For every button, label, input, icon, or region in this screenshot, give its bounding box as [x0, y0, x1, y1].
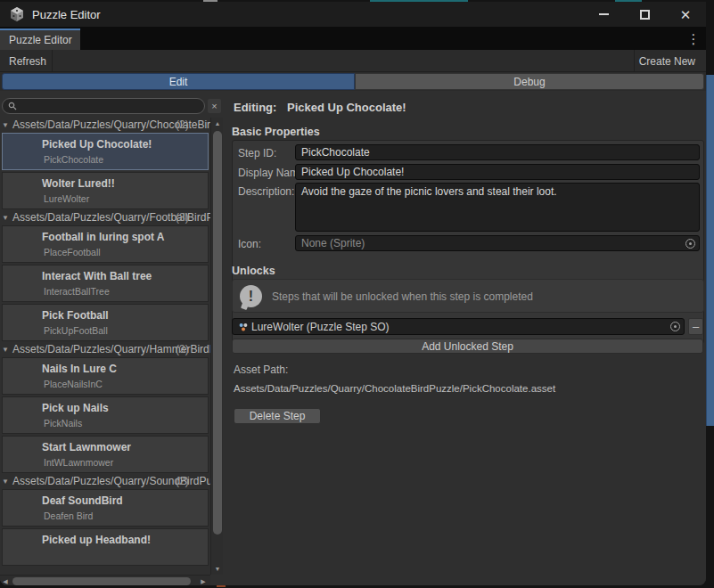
title-bar[interactable]: Puzzle Editor ✕ [0, 2, 706, 27]
tab-debug[interactable]: Debug [355, 73, 704, 90]
step-title: Picked up Headband! [42, 534, 151, 546]
step-title: Nails In Lure C [42, 363, 117, 375]
info-exclamation-icon: ! [240, 285, 262, 307]
step-id: PickChocolate [44, 154, 103, 165]
basic-properties-title: Basic Properties [232, 126, 320, 138]
editing-label: Editing: [234, 101, 276, 114]
step-id: IntWLawnmower [44, 457, 113, 468]
refresh-label: Refresh [9, 55, 46, 68]
step-id-value: PickChocolate [301, 146, 370, 159]
step-title: Wolter Lured!! [42, 177, 115, 190]
icon-object-field[interactable]: None (Sprite) [295, 235, 700, 251]
step-id: PlaceNailsInC [44, 379, 103, 389]
edit-tab-label: Edit [169, 76, 188, 88]
foldout-triangle-icon: ▼ [2, 118, 9, 132]
description-field[interactable]: Avoid the gaze of the picnic lovers and … [295, 183, 700, 232]
group-count: (3) [176, 211, 189, 225]
horizontal-scroll-thumb[interactable] [12, 577, 191, 585]
step-id: PickNails [44, 418, 82, 429]
desktop-background: Puzzle Editor ✕ Puzzle Editor ⋮ Refresh … [0, 0, 714, 588]
foldout-triangle-icon: ▼ [2, 475, 9, 488]
group-count: (2) [176, 118, 189, 132]
step-list-item[interactable]: Pick up NailsPickNails [2, 396, 209, 434]
list-horizontal-scrollbar[interactable]: ◀ ▶ [0, 575, 210, 585]
group-header[interactable]: ▼Assets/Data/Puzzles/Quarry/SoundBirdPuz… [0, 475, 210, 488]
object-picker-icon[interactable] [685, 239, 695, 249]
add-unlocked-step-button[interactable]: Add Unlocked Step [232, 339, 703, 354]
asset-path-value: Assets/Data/Puzzles/Quarry/ChocolateBird… [234, 383, 555, 394]
tab-strip: Puzzle Editor ⋮ [0, 27, 706, 50]
object-picker-icon[interactable] [670, 322, 680, 331]
step-id: LureWolter [44, 193, 89, 204]
delete-step-button[interactable]: Delete Step [234, 408, 321, 424]
remove-unlocked-step-button[interactable]: – [688, 318, 703, 335]
step-list-item[interactable]: Wolter Lured!!LureWolter [2, 172, 209, 209]
step-list-item[interactable]: Deaf SoundBirdDeafen Bird [2, 489, 209, 527]
step-list-item[interactable]: Football in luring spot APlaceFootball [2, 225, 209, 263]
foldout-triangle-icon: ▼ [2, 343, 9, 356]
group-count: (3) [176, 343, 189, 356]
group-header[interactable]: ▼Assets/Data/Puzzles/Quarry/FootballBird… [0, 211, 210, 225]
unlocks-title: Unlocks [232, 265, 275, 277]
step-id-field[interactable]: PickChocolate [295, 144, 700, 160]
display-name-field[interactable]: Picked Up Chocolate! [295, 164, 700, 180]
scroll-right-icon[interactable]: ▶ [198, 576, 209, 585]
close-button[interactable]: ✕ [665, 2, 706, 27]
create-new-label: Create New [639, 55, 695, 68]
vertical-scroll-thumb[interactable] [213, 131, 222, 535]
toolbar-separator [52, 50, 53, 72]
unlocks-help-text: Steps that will be unlocked when this st… [272, 290, 533, 303]
step-title: Start Lawnmower [42, 441, 131, 453]
debug-tab-label: Debug [513, 76, 545, 88]
search-clear-button[interactable]: × [208, 99, 221, 113]
tab-puzzle-editor[interactable]: Puzzle Editor [0, 29, 80, 50]
step-list-item[interactable]: Picked up Headband! [2, 528, 209, 566]
create-new-button[interactable]: Create New [630, 50, 704, 72]
step-title: Pick up Nails [42, 402, 109, 414]
icon-label: Icon: [238, 238, 261, 250]
display-name-value: Picked Up Chocolate! [301, 166, 404, 178]
step-list-item[interactable]: Interact With Ball treeInteractBallTree [2, 265, 209, 302]
minimize-button[interactable] [583, 2, 624, 27]
step-list-panel: × ▼Assets/Data/Puzzles/Quarry/ChocolateB… [0, 91, 225, 585]
maximize-button[interactable] [624, 2, 665, 27]
mode-toggle: Edit Debug [0, 72, 706, 91]
toolbar: Refresh Create New [0, 50, 706, 72]
window-title: Puzzle Editor [32, 8, 101, 21]
step-list-item[interactable]: Start LawnmowerIntWLawnmower [2, 436, 209, 473]
scroll-left-icon[interactable]: ◀ [0, 576, 11, 585]
step-list-item[interactable]: Pick FootballPickUpFootBall [2, 304, 209, 341]
refresh-button[interactable]: Refresh [0, 50, 55, 72]
unlocked-step-field[interactable]: LureWolter (Puzzle Step SO) [232, 318, 685, 335]
step-id: PlaceFootball [44, 247, 101, 257]
asset-path-label: Asset Path: [234, 363, 288, 376]
description-label: Description: [238, 185, 294, 198]
puzzle-editor-window: Puzzle Editor ✕ Puzzle Editor ⋮ Refresh … [0, 2, 706, 585]
step-title: Football in luring spot A [42, 231, 165, 243]
step-list-item[interactable]: Picked Up Chocolate!PickChocolate [2, 133, 209, 170]
window-controls: ✕ [583, 2, 706, 27]
unlocks-help-box: ! Steps that will be unlocked when this … [232, 279, 704, 313]
group-header[interactable]: ▼Assets/Data/Puzzles/Quarry/ChocolateBir… [0, 118, 210, 132]
step-title: Picked Up Chocolate! [42, 138, 152, 151]
tab-edit[interactable]: Edit [2, 73, 355, 90]
group-header[interactable]: ▼Assets/Data/Puzzles/Quarry/HammerBirdPu… [0, 343, 210, 356]
window-cube-icon [9, 6, 25, 22]
kebab-menu-icon[interactable]: ⋮ [686, 31, 701, 47]
search-icon [8, 102, 17, 110]
scroll-up-icon[interactable]: ▲ [211, 118, 224, 129]
step-list-item[interactable]: Nails In Lure CPlaceNailsInC [2, 357, 209, 395]
scroll-down-icon[interactable]: ▼ [211, 563, 224, 575]
foldout-triangle-icon: ▼ [2, 211, 9, 225]
search-input[interactable] [2, 98, 205, 114]
step-id-label: Step ID: [238, 147, 276, 159]
step-title: Pick Football [42, 309, 109, 322]
basic-properties-box: Step ID: PickChocolate Display Name: Pic… [232, 140, 704, 344]
editing-value: Picked Up Chocolate! [287, 101, 406, 114]
unlocked-step-label: LureWolter (Puzzle Step SO) [251, 321, 390, 333]
maximize-icon [640, 10, 650, 20]
scriptable-object-icon [238, 322, 249, 332]
step-id: InteractBallTree [44, 286, 110, 297]
list-vertical-scrollbar[interactable]: ▲ ▼ [210, 118, 223, 575]
delete-step-label: Delete Step [250, 410, 306, 422]
